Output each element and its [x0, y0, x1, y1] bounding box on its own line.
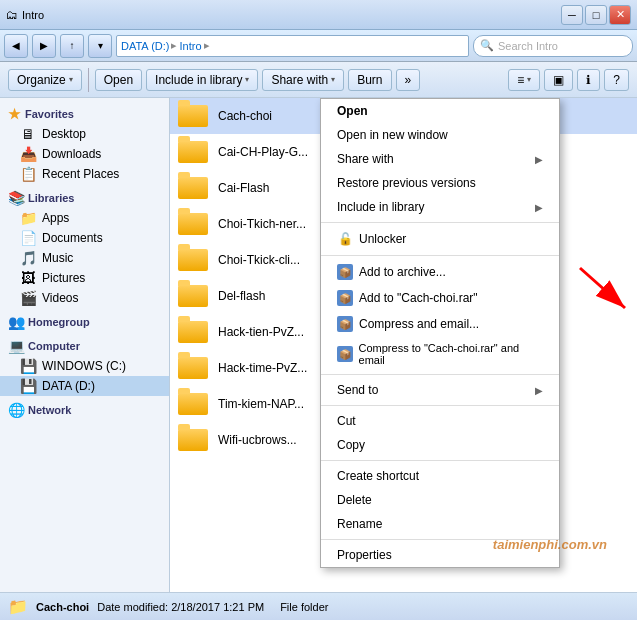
- cm-copy[interactable]: Copy: [321, 433, 559, 457]
- close-button[interactable]: ✕: [609, 5, 631, 25]
- share-with-arrow: ▾: [331, 75, 335, 84]
- sidebar-header-computer[interactable]: 💻 Computer: [0, 336, 169, 356]
- cm-copy-left: Copy: [337, 438, 365, 452]
- forward-button[interactable]: ▶: [32, 34, 56, 58]
- burn-label: Burn: [357, 73, 382, 87]
- cm-unlocker-left: 🔓 Unlocker: [337, 231, 406, 247]
- view-button[interactable]: ≡ ▾: [508, 69, 540, 91]
- cm-sep-1: [321, 222, 559, 223]
- view-arrow: ▾: [527, 75, 531, 84]
- pictures-icon: 🖼: [20, 270, 36, 286]
- sidebar-header-favorites[interactable]: ★ Favorites: [0, 104, 169, 124]
- archive-icon-4: 📦: [337, 346, 353, 362]
- sidebar-item-documents[interactable]: 📄 Documents: [0, 228, 169, 248]
- cm-compress-email-label: Compress and email...: [359, 317, 479, 331]
- cm-open[interactable]: Open: [321, 99, 559, 123]
- sidebar-item-videos[interactable]: 🎬 Videos: [0, 288, 169, 308]
- open-button[interactable]: Open: [95, 69, 142, 91]
- sidebar-header-libraries[interactable]: 📚 Libraries: [0, 188, 169, 208]
- breadcrumb-data-d[interactable]: DATA (D:): [121, 40, 169, 52]
- cm-sep-2: [321, 255, 559, 256]
- share-with-button[interactable]: Share with ▾: [262, 69, 344, 91]
- apps-icon: 📁: [20, 210, 36, 226]
- cm-create-shortcut-left: Create shortcut: [337, 469, 419, 483]
- sidebar-section-network: 🌐 Network: [0, 400, 169, 420]
- more-button[interactable]: »: [396, 69, 421, 91]
- help-button[interactable]: ?: [604, 69, 629, 91]
- windows-c-label: WINDOWS (C:): [42, 359, 126, 373]
- cm-add-to-rar[interactable]: 📦 Add to "Cach-choi.rar": [321, 285, 559, 311]
- cm-compress-rar-email-left: 📦 Compress to "Cach-choi.rar" and email: [337, 342, 543, 366]
- cm-share-with[interactable]: Share with ▶: [321, 147, 559, 171]
- minimize-button[interactable]: ─: [561, 5, 583, 25]
- network-icon: 🌐: [8, 402, 24, 418]
- cm-unlocker[interactable]: 🔓 Unlocker: [321, 226, 559, 252]
- folder-icon: [178, 426, 210, 454]
- burn-button[interactable]: Burn: [348, 69, 391, 91]
- cm-rename[interactable]: Rename: [321, 512, 559, 536]
- apps-label: Apps: [42, 211, 69, 225]
- cm-open-new-window[interactable]: Open in new window: [321, 123, 559, 147]
- search-icon: 🔍: [480, 39, 494, 52]
- cm-create-shortcut[interactable]: Create shortcut: [321, 464, 559, 488]
- organize-label: Organize: [17, 73, 66, 87]
- sidebar-section-favorites: ★ Favorites 🖥 Desktop 📥 Downloads 📋 Rece…: [0, 104, 169, 184]
- maximize-button[interactable]: □: [585, 5, 607, 25]
- include-library-button[interactable]: Include in library ▾: [146, 69, 258, 91]
- sidebar-item-pictures[interactable]: 🖼 Pictures: [0, 268, 169, 288]
- sidebar-item-music[interactable]: 🎵 Music: [0, 248, 169, 268]
- recent-button[interactable]: ▾: [88, 34, 112, 58]
- sidebar-item-downloads[interactable]: 📥 Downloads: [0, 144, 169, 164]
- folder-icon: [178, 318, 210, 346]
- cm-include-library[interactable]: Include in library ▶: [321, 195, 559, 219]
- cm-cut[interactable]: Cut: [321, 409, 559, 433]
- sidebar-item-apps[interactable]: 📁 Apps: [0, 208, 169, 228]
- status-bar: 📁 Cach-choi Date modified: 2/18/2017 1:2…: [0, 592, 637, 620]
- cm-compress-email[interactable]: 📦 Compress and email...: [321, 311, 559, 337]
- cm-delete-left: Delete: [337, 493, 372, 507]
- cm-open-new-window-label: Open in new window: [337, 128, 448, 142]
- sidebar-item-data-d[interactable]: 💾 DATA (D:): [0, 376, 169, 396]
- back-button[interactable]: ◀: [4, 34, 28, 58]
- sidebar-item-recent-places[interactable]: 📋 Recent Places: [0, 164, 169, 184]
- sidebar-header-homegroup[interactable]: 👥 Homegroup: [0, 312, 169, 332]
- folder-icon: [178, 246, 210, 274]
- cm-cut-left: Cut: [337, 414, 356, 428]
- cm-delete-label: Delete: [337, 493, 372, 507]
- cm-rename-label: Rename: [337, 517, 382, 531]
- cm-rename-left: Rename: [337, 517, 382, 531]
- pictures-label: Pictures: [42, 271, 85, 285]
- cm-restore-versions[interactable]: Restore previous versions: [321, 171, 559, 195]
- cm-properties-left: Properties: [337, 548, 392, 562]
- view-icon: ≡: [517, 73, 524, 87]
- cm-delete[interactable]: Delete: [321, 488, 559, 512]
- sidebar-section-homegroup: 👥 Homegroup: [0, 312, 169, 332]
- cm-create-shortcut-label: Create shortcut: [337, 469, 419, 483]
- breadcrumb-intro[interactable]: Intro: [179, 40, 201, 52]
- include-library-arrow: ▾: [245, 75, 249, 84]
- sidebar-item-desktop[interactable]: 🖥 Desktop: [0, 124, 169, 144]
- status-date-modified: Date modified: 2/18/2017 1:21 PM: [97, 601, 264, 613]
- preview-button[interactable]: ▣: [544, 69, 573, 91]
- homegroup-icon: 👥: [8, 314, 24, 330]
- breadcrumb[interactable]: DATA (D:) ▸ Intro ▸: [116, 35, 469, 57]
- cm-send-to-arrow: ▶: [535, 385, 543, 396]
- cm-add-to-archive[interactable]: 📦 Add to archive...: [321, 259, 559, 285]
- details-button[interactable]: ℹ: [577, 69, 600, 91]
- documents-icon: 📄: [20, 230, 36, 246]
- cm-share-with-arrow: ▶: [535, 154, 543, 165]
- sidebar: ★ Favorites 🖥 Desktop 📥 Downloads 📋 Rece…: [0, 98, 170, 592]
- up-button[interactable]: ↑: [60, 34, 84, 58]
- cm-open-left: Open: [337, 104, 368, 118]
- cm-send-to-label: Send to: [337, 383, 378, 397]
- sidebar-item-windows-c[interactable]: 💾 WINDOWS (C:): [0, 356, 169, 376]
- organize-arrow: ▾: [69, 75, 73, 84]
- organize-button[interactable]: Organize ▾: [8, 69, 82, 91]
- search-bar[interactable]: 🔍 Search Intro: [473, 35, 633, 57]
- sidebar-header-network[interactable]: 🌐 Network: [0, 400, 169, 420]
- data-d-label: DATA (D:): [42, 379, 95, 393]
- open-label: Open: [104, 73, 133, 87]
- cm-compress-rar-email[interactable]: 📦 Compress to "Cach-choi.rar" and email: [321, 337, 559, 371]
- cm-send-to[interactable]: Send to ▶: [321, 378, 559, 402]
- toolbar-divider-1: [88, 68, 89, 92]
